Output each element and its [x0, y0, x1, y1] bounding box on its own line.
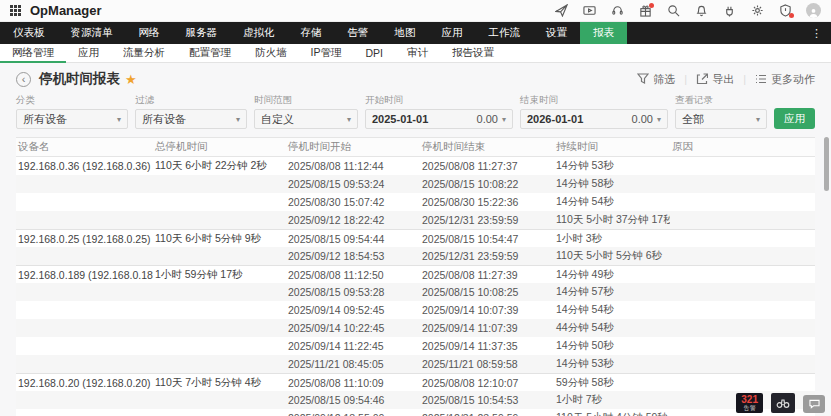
cell-dur: 14分钟 49秒: [554, 268, 670, 282]
table-row: 2025/08/30 15:07:422025/08/30 15:22:3614…: [16, 193, 815, 211]
chat-widget[interactable]: [803, 395, 825, 413]
cell-end: 2025/12/31 23:59:59: [420, 412, 554, 416]
cell-dur: 14分钟 54秒: [554, 195, 670, 209]
apps-grid-icon[interactable]: [10, 5, 21, 16]
filter-select[interactable]: 所有设备 ▾: [135, 109, 247, 129]
cell-total: 110天 7小时 5分钟 4秒: [153, 376, 286, 390]
cell-start: 2025/08/15 09:53:24: [286, 178, 420, 190]
main-nav-item-8[interactable]: 应用: [429, 22, 476, 44]
cell-end: 2025/08/08 11:27:39: [420, 269, 554, 281]
time-range-value: 自定义: [261, 112, 294, 127]
filter-row: 分类 所有设备 ▾ 过滤 所有设备 ▾ 时间范围 自定义 ▾ 开始时间 2025…: [16, 94, 815, 129]
apply-button[interactable]: 应用: [774, 108, 815, 129]
cell-end: 2025/08/15 10:54:47: [420, 233, 554, 245]
time-range-field: 时间范围 自定义 ▾: [254, 94, 358, 129]
cell-end: 2025/09/14 11:37:35: [420, 340, 554, 352]
column-header-3: 停机时间结束: [420, 140, 554, 154]
export-button[interactable]: 导出: [696, 72, 734, 87]
start-time-label: 开始时间: [365, 94, 513, 107]
title-actions: 筛选 | 导出 | 更多动作: [637, 72, 815, 87]
chevron-down-icon: ▾: [347, 115, 351, 124]
cell-end: 2025/08/15 10:08:25: [420, 286, 554, 298]
spotlight-search-widget[interactable]: [771, 393, 795, 413]
cell-end: 2025/08/15 10:08:22: [420, 178, 554, 190]
main-nav-item-10[interactable]: 设置: [533, 22, 580, 44]
start-time-input[interactable]: 2025-01-01 0.00 ▾: [365, 109, 513, 129]
filter-field-label: 过滤: [135, 94, 247, 107]
funnel-icon: [637, 73, 649, 85]
sub-nav-item-8[interactable]: 报告设置: [440, 44, 506, 62]
main-nav-item-5[interactable]: 存储: [288, 22, 335, 44]
view-records-label: 查看记录: [675, 94, 767, 107]
shield-alert-icon[interactable]: [778, 4, 792, 18]
main-nav-item-6[interactable]: 告警: [335, 22, 382, 44]
sub-nav-item-1[interactable]: 应用: [66, 44, 111, 62]
bell-icon[interactable]: [694, 4, 708, 18]
topbar-icons: [554, 3, 821, 18]
paper-plane-icon[interactable]: [554, 4, 568, 18]
favorite-star-icon[interactable]: ★: [125, 72, 137, 87]
cell-end: 2025/12/31 23:59:59: [420, 214, 554, 226]
cell-end: 2025/08/08 11:27:37: [420, 160, 554, 172]
table-header: 设备名总停机时间停机时间开始停机时间结束持续时间原因: [16, 138, 815, 157]
chevron-down-icon: ▾: [756, 115, 760, 124]
alarm-label: 告警: [741, 405, 758, 412]
start-time-field: 开始时间 2025-01-01 0.00 ▾: [365, 94, 513, 129]
sub-nav-item-3[interactable]: 配置管理: [177, 44, 243, 62]
table-row: 2025/09/12 18:22:422025/12/31 23:59:5911…: [16, 211, 815, 229]
main-nav-item-2[interactable]: 网络: [126, 22, 173, 44]
plug-icon[interactable]: [722, 4, 736, 18]
view-records-select[interactable]: 全部 ▾: [675, 109, 767, 129]
gift-icon[interactable]: [638, 4, 652, 18]
cell-dev: 192.168.0.189 (192.168.0.189): [16, 269, 153, 281]
vertical-scrollbar[interactable]: [824, 137, 829, 191]
table-row: 192.168.0.20 (192.168.0.20)110天 7小时 5分钟 …: [16, 373, 815, 391]
main-nav-item-11[interactable]: 报表: [580, 22, 627, 44]
cell-start: 2025/08/15 09:54:44: [286, 233, 420, 245]
search-icon[interactable]: [666, 4, 680, 18]
main-nav-item-3[interactable]: 服务器: [173, 22, 231, 44]
sub-nav: 网络管理应用流量分析配置管理防火墙IP管理DPI审计报告设置: [0, 44, 831, 63]
start-date-value: 2025-01-01: [372, 113, 428, 125]
cell-dur: 110天 5小时 4分钟 59秒: [554, 411, 670, 416]
column-header-5: 原因: [670, 140, 815, 154]
alarm-count: 321: [741, 395, 758, 405]
sub-nav-item-0[interactable]: 网络管理: [0, 44, 66, 62]
cell-start: 2025/09/14 11:22:45: [286, 340, 420, 352]
headset-icon[interactable]: [610, 4, 624, 18]
filter-label: 筛选: [653, 72, 675, 87]
sub-nav-item-5[interactable]: IP管理: [299, 44, 354, 62]
time-range-select[interactable]: 自定义 ▾: [254, 109, 358, 129]
back-button[interactable]: ‹: [16, 72, 31, 87]
cell-start: 2025/09/14 10:22:45: [286, 322, 420, 334]
filter-button[interactable]: 筛选: [637, 72, 675, 87]
chevron-down-icon: ▾: [117, 115, 121, 124]
cell-dev: 192.168.0.20 (192.168.0.20): [16, 377, 153, 389]
cell-dur: 59分钟 58秒: [554, 376, 670, 390]
video-demo-icon[interactable]: [582, 4, 596, 18]
chevron-down-icon: ▾: [502, 115, 506, 124]
main-nav-item-1[interactable]: 资源清单: [58, 22, 126, 44]
cell-dur: 14分钟 58秒: [554, 177, 670, 191]
sub-nav-item-6[interactable]: DPI: [353, 44, 395, 62]
sub-nav-item-4[interactable]: 防火墙: [243, 44, 299, 62]
category-select[interactable]: 所有设备 ▾: [16, 109, 128, 129]
end-time-input[interactable]: 2026-01-01 0.00 ▾: [520, 109, 668, 129]
end-date-value: 2026-01-01: [527, 113, 583, 125]
sub-nav-item-7[interactable]: 审计: [395, 44, 440, 62]
nav-overflow-icon[interactable]: ⋮: [802, 22, 831, 44]
table-row: 2025/08/15 09:53:282025/08/15 10:08:2514…: [16, 283, 815, 301]
alarm-count-widget[interactable]: 321 告警: [736, 393, 763, 413]
gear-icon[interactable]: [750, 4, 764, 18]
avatar[interactable]: [806, 3, 821, 18]
table-row: 2025/08/15 09:53:242025/08/15 10:08:2214…: [16, 175, 815, 193]
main-nav-item-4[interactable]: 虚拟化: [230, 22, 288, 44]
more-actions-button[interactable]: 更多动作: [755, 72, 815, 87]
cell-end: 2025/09/14 11:07:39: [420, 322, 554, 334]
cell-dev: 192.168.0.36 (192.168.0.36): [16, 160, 153, 172]
main-nav-item-9[interactable]: 工作流: [476, 22, 534, 44]
table-body: 192.168.0.36 (192.168.0.36)110天 6小时 22分钟…: [16, 157, 815, 416]
sub-nav-item-2[interactable]: 流量分析: [111, 44, 177, 62]
main-nav-item-7[interactable]: 地图: [382, 22, 429, 44]
main-nav-item-0[interactable]: 仪表板: [0, 22, 58, 44]
